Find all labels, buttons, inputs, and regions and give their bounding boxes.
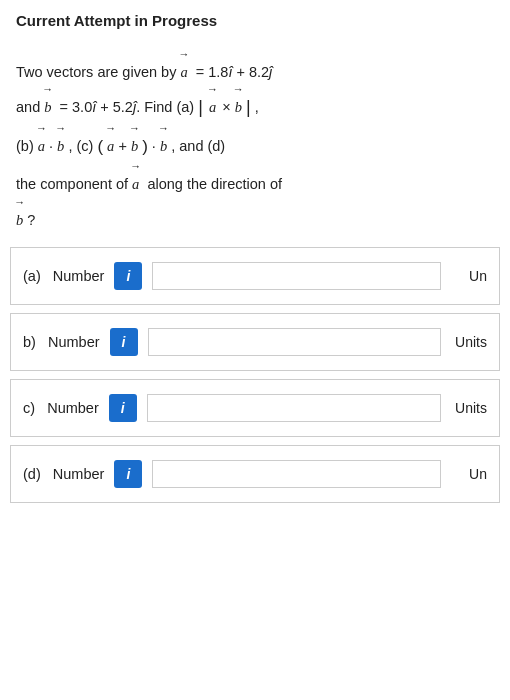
abs-close: | [246,98,251,118]
comma-b: , [68,138,72,154]
info-button-d[interactable]: i [114,460,142,488]
units-label-c: Units [451,400,487,416]
find-d-text: the component of [16,176,132,192]
question-mark: ? [27,212,35,228]
info-button-a[interactable]: i [114,262,142,290]
vec-a-d: a [132,162,139,197]
page-container: Current Attempt in Progress Two vectors … [0,0,510,521]
vec-a-c: a [107,124,114,159]
comma-a: , [255,99,259,115]
vec-a-value: = 1.8î + 8.2ĵ [192,64,273,80]
dot-c: · [152,138,160,154]
vec-b-cross: b [235,85,242,120]
answer-row-d: (d) Number i Un [10,445,500,503]
paren-close: ) [142,138,148,157]
find-c-label: (c) [76,138,93,154]
vec-a-dot-b1: a [38,124,45,159]
problem-and: and [16,99,44,115]
dot-b: · [49,138,57,154]
comma-c: , and (d) [171,138,225,154]
answer-label-c: c) Number [23,400,99,416]
vec-a-cross: a [209,85,216,120]
info-button-c[interactable]: i [109,394,137,422]
answer-label-d: (d) Number [23,466,104,482]
answer-row-b: b) Number i Units [10,313,500,371]
abs-open: | [198,98,203,118]
units-label-a: Un [451,268,487,284]
find-b-label: (b) [16,138,38,154]
header-title: Current Attempt in Progress [16,12,217,29]
answer-row-c: c) Number i Units [10,379,500,437]
along-text: along the direction of [143,176,282,192]
number-input-d[interactable] [152,460,441,488]
vec-b-d: b [16,198,23,233]
vec-b-c: b [131,124,138,159]
units-label-d: Un [451,466,487,482]
vec-b-symbol: b [44,85,51,120]
vec-b-dot-b1: b [57,124,64,159]
number-input-b[interactable] [148,328,441,356]
answer-label-a: (a) Number [23,268,104,284]
problem-block: Two vectors are given by a = 1.8î + 8.2ĵ… [0,38,510,239]
vec-b-value: = 3.0î + 5.2ĵ. Find (a) [56,99,195,115]
answer-label-b: b) Number [23,334,100,350]
paren-open: ( [97,138,103,157]
cross-symbol: × [222,99,235,115]
problem-intro: Two vectors are given by [16,64,180,80]
answers-section: (a) Number i Un b) Number i Units c) Num… [0,239,510,521]
plus-c: + [118,138,131,154]
vec-b-c2: b [160,124,167,159]
units-label-b: Units [451,334,487,350]
number-input-a[interactable] [152,262,441,290]
answer-row-a: (a) Number i Un [10,247,500,305]
vec-a-symbol: a [180,50,187,85]
info-button-b[interactable]: i [110,328,138,356]
header-bar: Current Attempt in Progress [0,0,510,38]
number-input-c[interactable] [147,394,441,422]
